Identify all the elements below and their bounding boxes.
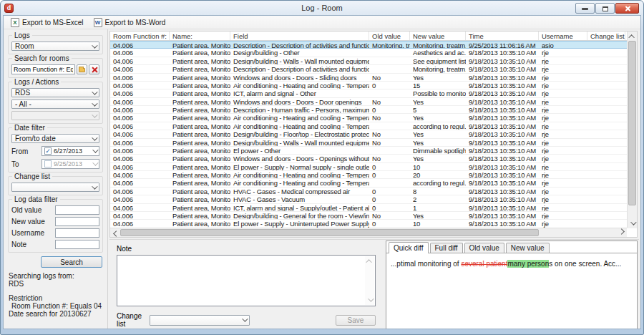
table-row[interactable]: 04.006Patient area, MonitoringICT, alarm…	[110, 89, 637, 97]
username-input[interactable]	[55, 228, 99, 238]
date-filter-select[interactable]: From/to date	[11, 134, 99, 143]
column-header-time[interactable]: Time	[466, 31, 539, 40]
table-row[interactable]: 04.006Patient area, MonitoringAir condit…	[110, 114, 637, 122]
save-button[interactable]: Save	[336, 315, 376, 326]
window-title: Log - Room	[1, 4, 643, 12]
new-value-input[interactable]	[55, 217, 99, 226]
table-row[interactable]: 04.006Patient area, MonitoringDesign/bui…	[110, 49, 637, 57]
minimize-button[interactable]	[575, 3, 595, 14]
logs-actions-select-1[interactable]: RDS	[11, 88, 99, 97]
browse-rooms-button[interactable]	[77, 64, 87, 74]
column-header-field[interactable]: Field	[230, 31, 369, 40]
tab-new-value[interactable]: New value	[506, 243, 550, 253]
table-cell	[587, 188, 625, 195]
table-cell: 0	[369, 204, 410, 211]
table-row[interactable]: 04.006Patient area, MonitoringEl power -…	[110, 220, 637, 228]
tab-full-diff[interactable]: Full diff	[430, 243, 463, 253]
table-row[interactable]: 04.006Patient area, MonitoringAir condit…	[110, 82, 637, 89]
table-cell: 9/18/2013 10:35:10 AM	[466, 57, 539, 64]
table-cell: El power - Other	[230, 147, 369, 154]
table-row[interactable]: 04.006Patient area, MonitoringDescriptio…	[110, 41, 637, 49]
maximize-button[interactable]	[595, 3, 615, 14]
table-row[interactable]: 04.006Patient area, MonitoringDesign/bui…	[110, 212, 637, 220]
table-row[interactable]: 04.006Patient area, MonitoringEl power -…	[110, 163, 637, 171]
table-cell: Yes	[410, 139, 466, 146]
tab-quick-diff[interactable]: Quick diff	[389, 242, 429, 253]
column-header-room-function[interactable]: Room Function #:	[110, 31, 170, 40]
old-value-input[interactable]	[55, 205, 99, 215]
table-row[interactable]: 04.006Patient area, MonitoringHVAC - Gas…	[110, 188, 637, 195]
column-header-change-list[interactable]: Change list	[587, 31, 625, 40]
vertical-scroll-thumb[interactable]	[628, 41, 636, 205]
table-row[interactable]: 04.006Patient area, MonitoringDesign/bui…	[110, 130, 637, 138]
table-cell: rje	[539, 188, 587, 195]
table-cell: 0	[369, 171, 410, 178]
table-cell	[587, 82, 625, 89]
table-row[interactable]: 04.006Patient area, MonitoringEl power -…	[110, 147, 637, 155]
table-row[interactable]: 04.006Patient area, MonitoringDesign/bui…	[110, 57, 637, 65]
table-row[interactable]: 04.006Patient area, MonitoringDesign/bui…	[110, 139, 637, 147]
logs-select[interactable]: Room	[11, 42, 99, 51]
scroll-down-icon[interactable]	[630, 219, 636, 225]
note-panel: Note Change list Save	[109, 241, 383, 329]
change-list-assign-select[interactable]	[150, 315, 250, 326]
table-cell: Patient area, Monitoring	[170, 106, 230, 113]
note-scrollbar[interactable]	[365, 256, 374, 305]
table-cell: 9/18/2013 10:35:10 AM	[466, 163, 539, 170]
table-row[interactable]: 04.006Patient area, MonitoringDescriptio…	[110, 106, 637, 114]
horizontal-scrollbar[interactable]	[110, 228, 627, 237]
column-header-new-value[interactable]: New value	[410, 31, 466, 40]
close-button[interactable]	[615, 3, 639, 14]
table-row[interactable]: 04.006Patient area, MonitoringHVAC - Gas…	[110, 195, 637, 203]
search-rooms-input[interactable]	[11, 64, 75, 74]
table-row[interactable]: 04.006Patient area, MonitoringICT, alarm…	[110, 204, 637, 212]
table-row[interactable]: 04.006Patient area, MonitoringAir condit…	[110, 171, 637, 179]
table-row[interactable]: 04.006Patient area, MonitoringAir condit…	[110, 122, 637, 130]
table-cell: Patient area, Monitoring	[170, 139, 230, 146]
note-filter-input[interactable]	[55, 240, 99, 249]
table-cell	[369, 122, 410, 130]
table-cell: rje	[539, 130, 587, 137]
table-row[interactable]: 04.006Patient area, MonitoringWindows an…	[110, 98, 637, 106]
horizontal-scroll-thumb[interactable]	[120, 229, 539, 236]
scroll-right-icon[interactable]	[618, 228, 624, 234]
scroll-up-icon[interactable]	[628, 34, 634, 40]
table-cell: Aesthetics and ac...	[410, 49, 466, 56]
table-row[interactable]: 04.006Patient area, MonitoringAir condit…	[110, 179, 637, 187]
export-excel-button[interactable]: Export to MS-Excel	[6, 16, 89, 29]
table-cell	[369, 65, 410, 72]
table-cell: Patient area, Monitoring	[170, 163, 230, 170]
scroll-left-icon[interactable]	[113, 230, 119, 236]
note-textarea[interactable]	[117, 256, 375, 306]
change-list-select[interactable]	[11, 183, 99, 192]
table-cell: rje	[539, 122, 587, 130]
export-excel-label: Export to MS-Excel	[22, 19, 84, 26]
table-cell: 9/18/2013 10:35:10 AM	[466, 204, 539, 211]
table-row[interactable]: 04.006Patient area, MonitoringWindows an…	[110, 155, 637, 162]
to-checkbox[interactable]	[44, 160, 52, 168]
scroll-up-icon[interactable]	[366, 259, 371, 265]
table-cell: Yes	[410, 130, 466, 137]
table-cell: 9/18/2013 10:35:10 AM	[466, 49, 539, 56]
export-word-button[interactable]: Export to MS-Word	[89, 16, 171, 29]
logs-actions-select-2[interactable]: - All -	[11, 99, 99, 109]
table-cell: rje	[539, 171, 587, 178]
column-header-old-value[interactable]: Old value	[369, 31, 410, 40]
to-date-picker[interactable]: 9/25/2013	[42, 159, 99, 169]
table-row[interactable]: 04.006Patient area, MonitoringWindows an…	[110, 74, 637, 82]
table-row[interactable]: 04.006Patient area, MonitoringDescriptio…	[110, 65, 637, 73]
search-button[interactable]: Search	[41, 256, 102, 268]
clear-room-filter-button[interactable]	[89, 64, 99, 74]
vertical-scrollbar[interactable]	[627, 31, 637, 228]
table-cell	[587, 179, 625, 186]
column-header-name[interactable]: Name:	[170, 31, 230, 40]
from-date-picker[interactable]: ✓ 6/27/2013	[42, 146, 99, 156]
table-cell: rje	[539, 179, 587, 186]
from-checkbox[interactable]: ✓	[44, 147, 52, 155]
scroll-down-icon[interactable]	[368, 296, 374, 301]
table-cell: No	[369, 98, 410, 105]
logs-actions-select-3[interactable]	[11, 111, 99, 120]
table-cell: Description - Description of activities …	[230, 65, 369, 72]
tab-old-value[interactable]: Old value	[464, 243, 504, 253]
column-header-username[interactable]: Username	[539, 31, 587, 40]
